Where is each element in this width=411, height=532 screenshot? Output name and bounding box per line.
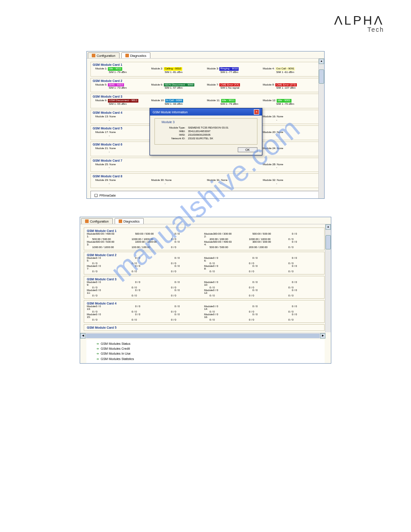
- module-row: Module 1: Idle - 9011SIM 1 -79 dBmModule…: [93, 67, 318, 74]
- module-number: Module 11:: [207, 99, 221, 102]
- module-label: Module 15:: [87, 313, 96, 318]
- module-cell[interactable]: Module 5: SMS - 9010SIM 1 -73 dBm: [95, 83, 148, 90]
- vertical-scrollbar[interactable]: ▲: [318, 59, 324, 198]
- tree-item[interactable]: ➜GSM Modules Statistics: [90, 356, 321, 361]
- module-cell[interactable]: Module 24: None-: [263, 147, 316, 154]
- credit-value: 0 / 0: [253, 265, 286, 270]
- status-text: None: [165, 179, 171, 181]
- credit-values: 0 / 00 / 00 / 0: [213, 289, 325, 294]
- scroll-thumb[interactable]: [325, 235, 331, 249]
- scroll-up-icon[interactable]: ▲: [319, 59, 324, 64]
- module-cell[interactable]: Module 21: None-: [95, 147, 148, 154]
- scroll-up-icon[interactable]: ▲: [325, 224, 331, 230]
- scroll-right-icon[interactable]: ▶: [320, 333, 325, 339]
- module-label: [204, 318, 210, 321]
- credit-value: 0 / 0: [292, 232, 325, 238]
- module-cell[interactable]: Module 17: None-: [95, 131, 148, 138]
- module-cell[interactable]: Module 3: Ringing - 9010SIM 1 -77 dBm: [207, 67, 260, 74]
- module-number: Module 17:: [95, 131, 109, 133]
- brand-logo: ΛLPHΛ Tech: [27, 13, 384, 33]
- signal-text: -: [263, 166, 316, 170]
- credit-value: 0 / 0: [96, 281, 129, 286]
- module-cell[interactable]: Module 16: None-: [263, 115, 316, 122]
- tab-configuration[interactable]: Configuration: [81, 218, 113, 224]
- scroll-thumb[interactable]: [319, 69, 324, 84]
- module-cell[interactable]: [151, 163, 204, 170]
- credit-values: 0 / 00 / 00 / 0: [210, 318, 321, 321]
- module-cell[interactable]: Module 31: None-: [207, 179, 260, 186]
- credit-value: 0 / 0: [249, 294, 282, 297]
- credit-value: 500:00 / 500:00: [96, 240, 129, 246]
- credit-value: 0 / 0: [288, 294, 321, 297]
- tree-root[interactable]: 🞎PRImaGate: [94, 193, 317, 198]
- module-cell[interactable]: Module 2: Calling - 9010SIM 1 -81 dBm: [151, 67, 204, 74]
- module-cell[interactable]: [207, 163, 260, 170]
- credit-values: 1000:00 / 1000:00100:00 / 100:000 / 0: [92, 246, 204, 249]
- credit-value: 0 / 0: [132, 270, 165, 273]
- credit-value: 0 / 0: [96, 305, 129, 310]
- status-badge: Idle - 9001: [277, 99, 291, 103]
- arrow-icon: ➜: [96, 356, 99, 361]
- config-icon: [92, 54, 95, 57]
- module-cell[interactable]: Module 30: None-: [151, 179, 204, 186]
- credit-value: 0 / 0: [135, 289, 168, 294]
- arrow-icon: ➜: [96, 341, 99, 346]
- tree-item[interactable]: ➜GSM Modules Credit: [90, 346, 321, 351]
- tree-item[interactable]: ➜GSM Modules Status: [90, 341, 321, 346]
- vertical-scrollbar[interactable]: ▲: [325, 224, 331, 332]
- module-label: Module 3:: [87, 240, 96, 246]
- tab-label: Configuration: [97, 54, 116, 57]
- module-cell[interactable]: Module 8: CME Error (272)SIM 1 -107 dBm: [263, 83, 316, 90]
- info-key: IMSI:: [158, 133, 188, 136]
- tab-diagnostics[interactable]: Diagnostics: [121, 52, 150, 58]
- credit-value: 0 / 0: [171, 318, 204, 321]
- module-cell[interactable]: Module 32: None-: [263, 179, 316, 186]
- dialog-titlebar[interactable]: GSM Module Information ×: [150, 108, 262, 116]
- module-cell[interactable]: Module 20: None-: [263, 131, 316, 138]
- module-cell[interactable]: Module 12: Idle - 9001SIM 1 -79 dBm: [263, 99, 316, 106]
- credit-value: 0 / 0: [92, 318, 125, 321]
- tab-diagnostics[interactable]: Diagnostics: [115, 218, 144, 224]
- tree-item[interactable]: ➜GSM Modules In Use: [90, 351, 321, 356]
- credit-module: Module 12:0 / 00 / 00 / 0: [204, 289, 321, 294]
- scroll-left-icon[interactable]: ◀: [80, 333, 86, 339]
- module-cell[interactable]: Module 25: None-: [95, 163, 148, 170]
- credit-value: 0 / 0: [213, 281, 246, 286]
- credit-value: 0 / 0: [135, 281, 168, 286]
- module-number: Module 16:: [263, 115, 277, 118]
- credit-row: 1000:00 / 1000:00100:00 / 100:000 / 0500…: [87, 246, 321, 249]
- credit-module: 0 / 00 / 00 / 0: [204, 294, 321, 297]
- module-number: Module 13:: [95, 115, 109, 118]
- info-key: Network ID:: [158, 137, 188, 140]
- module-cell[interactable]: Module 9: GSM Disconnect - 9011SIM 1 -55…: [95, 99, 148, 106]
- ok-button[interactable]: OK: [238, 147, 257, 152]
- module-label: Module 10:: [204, 281, 213, 286]
- status-text: None: [277, 179, 283, 181]
- card-title: GSM Module Card 7: [93, 159, 318, 162]
- module-cell[interactable]: Module 6: ISDN Disconnect - 9090SIM 1 -5…: [151, 83, 204, 90]
- signal-text: SIM 1 -73 dBm: [95, 86, 148, 90]
- module-cell[interactable]: Module 10: In Call - 9099SIM 1 -93 dBm: [151, 99, 204, 106]
- module-label: Module 5:: [87, 257, 96, 262]
- module-cell[interactable]: Module 4: Out Call - 9091SIM 1 -61 dBm: [263, 67, 316, 74]
- module-cell[interactable]: Module 1: Idle - 9011SIM 1 -79 dBm: [95, 67, 148, 74]
- horizontal-scrollbar[interactable]: ◀ ▶: [80, 333, 325, 339]
- module-cell[interactable]: Module 28: None-: [263, 163, 316, 170]
- tree-item[interactable]: ➜ISDN Lines: [101, 198, 317, 198]
- tab-configuration[interactable]: Configuration: [88, 52, 120, 58]
- credit-value: 0 / 0: [253, 257, 286, 262]
- credit-row: Module 5:0 / 00 / 00 / 0Module 6:0 / 00 …: [87, 257, 321, 262]
- credit-value: 0 / 0: [92, 270, 125, 273]
- close-icon[interactable]: ×: [254, 109, 259, 115]
- credit-value: 0 / 0: [135, 257, 168, 262]
- module-cell[interactable]: Module 13: None-: [95, 115, 148, 122]
- module-cell[interactable]: Module 11: Idle - 9011SIM 1 -79 dBm: [207, 99, 260, 106]
- tree-root-label: PRImaGate: [99, 193, 116, 198]
- info-row: Module Type:SIEMENS TC35 REVISION 03.01: [158, 126, 253, 129]
- status-text: None: [277, 163, 283, 166]
- credit-value: 0 / 0: [96, 313, 129, 318]
- hscroll-track[interactable]: [86, 334, 320, 338]
- module-cell[interactable]: Module 29: None-: [95, 179, 148, 186]
- status-window: Configuration Diagnostics ▲ GSM Module C…: [86, 51, 325, 199]
- module-cell[interactable]: Module 7: CME Error (XX)SIM 1 No signal: [207, 83, 260, 90]
